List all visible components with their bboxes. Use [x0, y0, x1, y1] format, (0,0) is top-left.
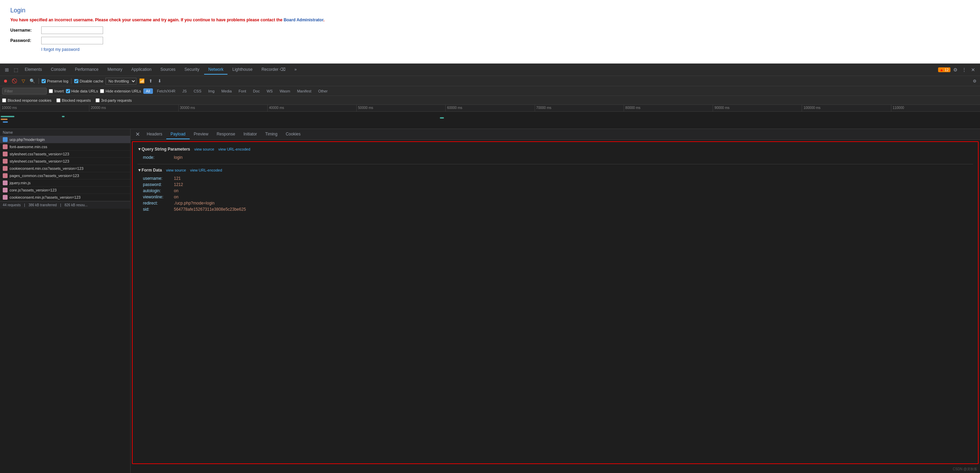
- file-icon-css-2: [3, 151, 8, 156]
- blocked-requests-label[interactable]: Blocked requests: [56, 98, 91, 102]
- ruler-mark-6: 70000 ms: [535, 105, 624, 111]
- settings-icon[interactable]: ⚙: [951, 66, 959, 74]
- form-view-source[interactable]: view source: [166, 168, 186, 172]
- stop-record-button[interactable]: 🚫: [11, 78, 18, 84]
- admin-link[interactable]: Board Administrator: [283, 18, 323, 22]
- filter-tag-fetchxhr[interactable]: Fetch/XHR: [154, 88, 178, 94]
- record-button[interactable]: ⏺: [2, 78, 9, 84]
- filter-tag-all[interactable]: All: [143, 88, 153, 94]
- file-icon-doc: [3, 137, 8, 142]
- preserve-log-checkbox[interactable]: [41, 79, 46, 83]
- file-item-0[interactable]: ucp.php?mode=login: [0, 136, 130, 143]
- filter-tag-ws[interactable]: WS: [264, 88, 275, 94]
- ruler-mark-7: 80000 ms: [624, 105, 713, 111]
- file-item-4[interactable]: cookieconsent.min.css?assets_version=123: [0, 165, 130, 172]
- timeline-content: [0, 112, 980, 129]
- disable-cache-label[interactable]: Disable cache: [74, 79, 103, 83]
- search-icon[interactable]: 🔍: [29, 78, 36, 84]
- file-item-1[interactable]: font-awesome.min.css: [0, 143, 130, 151]
- filter-input[interactable]: [2, 88, 47, 94]
- blocked-response-checkbox[interactable]: [2, 98, 6, 102]
- username-input[interactable]: [41, 27, 103, 34]
- blocked-response-label[interactable]: Blocked response cookies: [2, 98, 51, 102]
- forgot-password-link[interactable]: I forgot my password: [41, 47, 970, 52]
- filter-tag-media[interactable]: Media: [218, 88, 234, 94]
- tab-console[interactable]: Console: [47, 65, 70, 75]
- ruler-mark-4: 50000 ms: [356, 105, 445, 111]
- more-icon[interactable]: ⋮: [960, 66, 968, 74]
- export-icon[interactable]: ⬇: [156, 78, 163, 84]
- disable-cache-checkbox[interactable]: [74, 79, 78, 83]
- hide-ext-label[interactable]: Hide extension URLs: [100, 89, 141, 93]
- tab-preview[interactable]: Preview: [190, 130, 213, 139]
- close-panel-button[interactable]: ✕: [133, 130, 143, 139]
- form-param-3: viewonline: on: [137, 194, 973, 200]
- filter-tag-js[interactable]: JS: [180, 88, 190, 94]
- filter-tag-wasm[interactable]: Wasm: [277, 88, 293, 94]
- import-icon[interactable]: ⬆: [147, 78, 154, 84]
- blocked-requests-checkbox[interactable]: [56, 98, 60, 102]
- invert-checkbox[interactable]: [49, 89, 53, 93]
- tab-elements[interactable]: Elements: [21, 65, 46, 75]
- filter-icon[interactable]: ▽: [20, 78, 27, 84]
- tab-lighthouse[interactable]: Lighthouse: [228, 65, 257, 75]
- inspect-icon[interactable]: ⊞: [3, 66, 11, 74]
- file-item-7[interactable]: core.js?assets_version=123: [0, 187, 130, 194]
- tab-response[interactable]: Response: [212, 130, 239, 139]
- device-icon[interactable]: ⬚: [12, 66, 20, 74]
- form-param-5: sid: 564778afe15267311e3808e5c23be625: [137, 206, 973, 212]
- timeline-area: 10000 ms 20000 ms 30000 ms 40000 ms 5000…: [0, 105, 980, 129]
- throttle-select[interactable]: No throttling: [105, 78, 137, 84]
- tab-recorder[interactable]: Recorder ⌫: [258, 65, 290, 75]
- form-param-0: username: 121: [137, 175, 973, 182]
- file-list-header: Name: [0, 129, 130, 136]
- tab-application[interactable]: Application: [127, 65, 156, 75]
- query-view-source[interactable]: view source: [194, 147, 214, 151]
- filter-tag-other[interactable]: Other: [315, 88, 331, 94]
- file-item-6[interactable]: jquery.min.js: [0, 180, 130, 187]
- invert-label[interactable]: Invert: [49, 89, 64, 93]
- tab-timing[interactable]: Timing: [261, 130, 282, 139]
- file-icon-js-6: [3, 180, 8, 185]
- form-param-1: password: 1212: [137, 182, 973, 188]
- tab-network[interactable]: Network: [204, 65, 228, 75]
- close-devtools-icon[interactable]: ✕: [969, 66, 977, 74]
- hide-data-label[interactable]: Hide data URLs: [66, 89, 98, 93]
- ruler-mark-0: 10000 ms: [0, 105, 89, 111]
- tab-security[interactable]: Security: [180, 65, 204, 75]
- ruler-mark-9: 100000 ms: [802, 105, 891, 111]
- filter-tag-img[interactable]: Img: [205, 88, 217, 94]
- tab-sources[interactable]: Sources: [156, 65, 180, 75]
- filter-tag-manifest[interactable]: Manifest: [294, 88, 314, 94]
- filter-tag-css[interactable]: CSS: [191, 88, 204, 94]
- wifi-icon[interactable]: 📶: [138, 78, 145, 84]
- query-view-url-encoded[interactable]: view URL-encoded: [218, 147, 250, 151]
- tab-performance[interactable]: Performance: [71, 65, 103, 75]
- form-data-header: ▼Form Data view source view URL-encoded: [137, 168, 973, 172]
- hide-ext-checkbox[interactable]: [100, 89, 104, 93]
- third-party-checkbox[interactable]: [95, 98, 100, 102]
- preserve-log-label[interactable]: Preserve log: [41, 79, 68, 83]
- tab-initiator[interactable]: Initiator: [239, 130, 261, 139]
- filter-tag-font[interactable]: Font: [236, 88, 249, 94]
- file-item-5[interactable]: pages_common.css?assets_version=123: [0, 172, 130, 180]
- tab-more[interactable]: »: [290, 65, 301, 75]
- network-settings-icon[interactable]: ⚙: [971, 78, 978, 84]
- file-icon-js-8: [3, 195, 8, 200]
- file-item-2[interactable]: stylesheet.css?assets_version=123: [0, 151, 130, 158]
- password-input[interactable]: [41, 37, 103, 45]
- file-item-8[interactable]: cookieconsent.min.js?assets_version=123: [0, 194, 130, 201]
- browser-page: Login You have specified an incorrect us…: [0, 0, 980, 64]
- tab-headers[interactable]: Headers: [143, 130, 166, 139]
- form-view-url-encoded[interactable]: view URL-encoded: [190, 168, 222, 172]
- file-item-3[interactable]: stylesheet.css?assets_version=123: [0, 158, 130, 165]
- error-message: You have specified an incorrect username…: [10, 18, 970, 22]
- tab-memory[interactable]: Memory: [103, 65, 126, 75]
- filter-tag-doc[interactable]: Doc: [250, 88, 262, 94]
- resource-size: 826 kB resou...: [65, 203, 88, 207]
- tab-cookies[interactable]: Cookies: [282, 130, 304, 139]
- file-icon-css-3: [3, 159, 8, 164]
- tab-payload[interactable]: Payload: [166, 130, 189, 139]
- hide-data-checkbox[interactable]: [66, 89, 70, 93]
- third-party-label[interactable]: 3rd-party requests: [95, 98, 132, 102]
